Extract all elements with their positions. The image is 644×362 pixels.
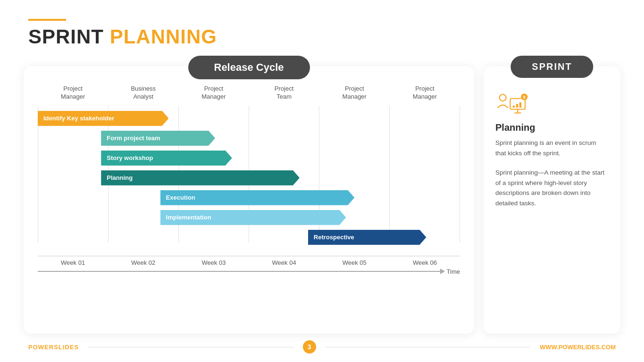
bar-row-7: Retrospective (38, 228, 460, 246)
bar-execution: Execution (160, 190, 355, 205)
title-gold: PLANNING (104, 25, 217, 48)
bar-row-6: Implementation (38, 209, 460, 227)
chart-panel: Release Cycle ProjectManager BusinessAna… (24, 66, 474, 334)
col-header-5: ProjectManager (319, 85, 390, 101)
col-header-2: BusinessAnalyst (108, 85, 178, 101)
week-label-6: Week 06 (390, 259, 460, 266)
col-header-6: ProjectManager (390, 85, 460, 101)
col-header-1: ProjectManager (38, 85, 108, 101)
bar-row-5: Execution (38, 189, 460, 207)
week-label-4: Week 04 (249, 259, 319, 266)
svg-rect-4 (513, 106, 515, 108)
bar-story-workshop: Story workshop (101, 151, 232, 166)
svg-text:$: $ (523, 95, 526, 100)
bar-row-2: Form project team (38, 129, 460, 147)
analytics-person-icon: $ (495, 90, 528, 116)
week-label-3: Week 03 (178, 259, 249, 266)
sprint-panel: SPRINT $ Planning Sprint planning is an … (484, 66, 620, 334)
svg-rect-6 (519, 102, 521, 108)
sprint-text-2: Sprint planning—A meeting at the start o… (495, 168, 609, 208)
brand-gold: SLIDES (54, 344, 79, 351)
week-label-2: Week 02 (108, 259, 178, 266)
bar-implementation: Implementation (160, 210, 346, 225)
time-label: Time (447, 268, 460, 275)
title-dark: SPRINT (28, 25, 104, 48)
time-axis: Time (38, 268, 460, 275)
brand-dark: POWER (28, 344, 54, 351)
bar-row-4: Planning (38, 169, 460, 187)
page-title: SPRINT PLANNING (28, 25, 217, 48)
bar-row-1: Identify Key stakeholder (38, 109, 460, 127)
footer-page-number: 3 (303, 340, 316, 354)
footer-line-right (326, 347, 530, 347)
week-labels: Week 01 Week 02 Week 03 Week 04 Week 05 … (38, 256, 460, 266)
sprint-badge: SPRINT (510, 56, 593, 78)
footer-line-left (88, 347, 293, 347)
release-cycle-badge: Release Cycle (188, 56, 310, 79)
column-headers: ProjectManager BusinessAnalyst ProjectMa… (38, 85, 460, 101)
bar-form-project-team: Form project team (101, 131, 215, 146)
main-content: Release Cycle ProjectManager BusinessAna… (24, 66, 620, 334)
bar-retrospective: Retrospective (308, 230, 427, 245)
header-accent-line (28, 19, 66, 21)
footer: POWERSLIDES 3 WWW.POWERLIDES.COM (28, 340, 616, 354)
col-header-4: ProjectTeam (249, 85, 319, 101)
svg-rect-5 (516, 104, 518, 108)
bar-identify-stakeholder: Identify Key stakeholder (38, 111, 168, 126)
col-header-3: ProjectManager (178, 85, 249, 101)
bar-planning: Planning (101, 170, 300, 185)
svg-point-0 (500, 94, 506, 101)
week-label-1: Week 01 (38, 259, 108, 266)
gantt-area: Identify Key stakeholder Form project te… (38, 106, 460, 275)
sprint-text-1: Sprint planning is an event in scrum tha… (495, 138, 609, 158)
sprint-subtitle: Planning (495, 122, 609, 133)
time-axis-line (38, 271, 441, 272)
header: SPRINT PLANNING (28, 19, 217, 48)
week-label-5: Week 05 (319, 259, 390, 266)
bars-container: Identify Key stakeholder Form project te… (38, 106, 460, 252)
footer-brand-right: WWW.POWERLIDES.COM (540, 344, 616, 351)
bar-row-3: Story workshop (38, 149, 460, 167)
footer-brand-left: POWERSLIDES (28, 344, 79, 351)
